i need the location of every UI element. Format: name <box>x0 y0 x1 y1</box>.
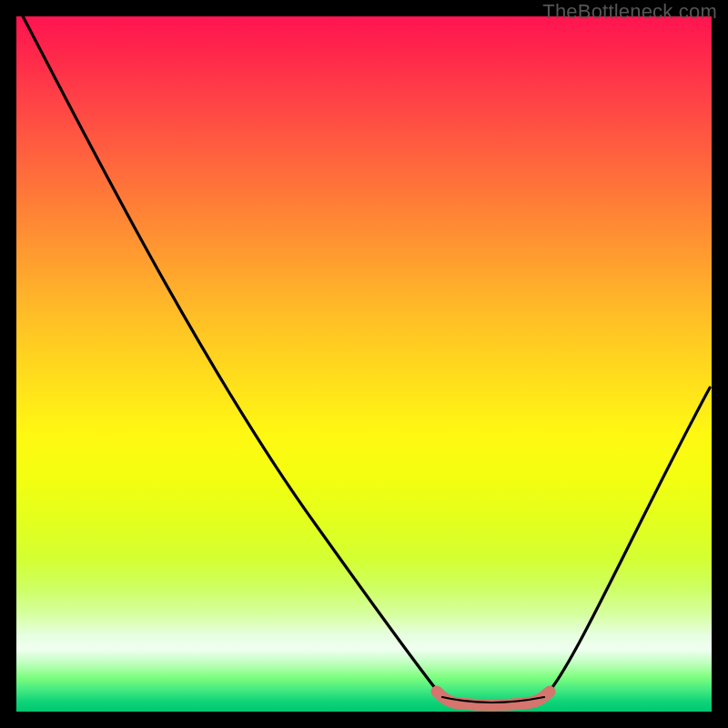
bottleneck-curve <box>16 16 712 712</box>
watermark-text: TheBottleneck.com <box>542 0 717 24</box>
curve-right-branch <box>544 388 710 697</box>
curve-left-branch <box>20 16 442 697</box>
chart-frame: TheBottleneck.com <box>0 0 728 728</box>
plot-area <box>16 16 712 712</box>
